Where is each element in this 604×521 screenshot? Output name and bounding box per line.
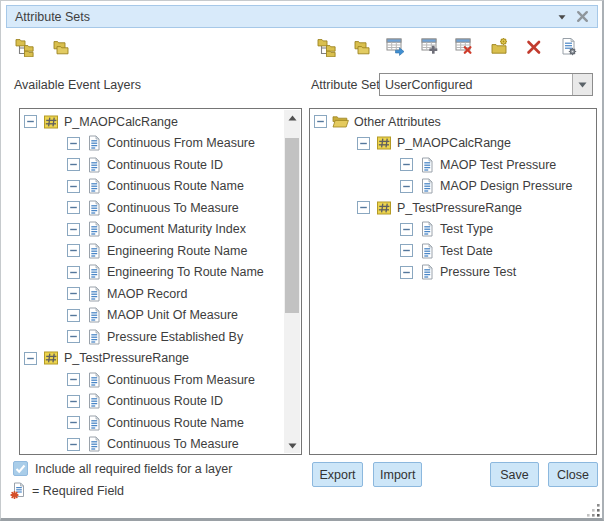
field-icon [85, 178, 102, 194]
tree-item-label[interactable]: Continuous Route Name [107, 179, 244, 193]
dialog-title: Attribute Sets [15, 10, 557, 24]
field-icon [85, 329, 102, 345]
export-button[interactable]: Export [312, 462, 363, 487]
field-icon [85, 307, 102, 323]
collapse-toggle-icon[interactable] [67, 330, 80, 343]
tree-item-label[interactable]: MAOP Record [107, 287, 187, 301]
collapse-toggle-icon[interactable] [67, 309, 80, 322]
collapse-toggle-icon[interactable] [67, 373, 80, 386]
field-icon [85, 436, 102, 452]
include-required-fields-checkbox[interactable] [13, 461, 28, 476]
event-table-icon [375, 200, 392, 216]
collapse-toggle-icon[interactable] [67, 201, 80, 214]
collapse-toggle-icon[interactable] [400, 180, 413, 193]
tree-row: Test Date [310, 240, 596, 262]
vertical-scrollbar[interactable] [284, 110, 300, 453]
export-table-icon[interactable] [386, 37, 406, 57]
attribute-set-dropdown[interactable]: UserConfigured [379, 73, 593, 96]
tree-row: Pressure Test [310, 262, 596, 284]
tree-item-label[interactable]: Continuous Route ID [107, 394, 223, 408]
add-table-icon[interactable] [421, 37, 441, 57]
attribute-set-tree-panel: Other AttributesP_MAOPCalcRangeMAOP Test… [309, 108, 597, 455]
folder-open-icon [332, 114, 349, 130]
import-button[interactable]: Import [373, 462, 422, 487]
scrollbar-thumb[interactable] [285, 138, 299, 313]
tree-item-label[interactable]: Continuous From Measure [107, 136, 255, 150]
tree-row: MAOP Unit Of Measure [20, 305, 284, 327]
titlebar: Attribute Sets [6, 5, 598, 28]
caret-down-icon[interactable] [557, 12, 567, 22]
tree-item-label[interactable]: P_MAOPCalcRange [64, 115, 178, 129]
toolbar-right [317, 37, 579, 57]
attribute-set-properties-icon[interactable] [559, 37, 579, 57]
collapse-toggle-icon[interactable] [67, 180, 80, 193]
close-button[interactable]: Close [548, 462, 598, 487]
open-folders-icon[interactable] [51, 37, 71, 57]
new-attribute-set-icon[interactable] [490, 37, 510, 57]
save-button[interactable]: Save [490, 462, 539, 487]
collapse-toggle-icon[interactable] [24, 115, 37, 128]
available-event-layers-label: Available Event Layers [14, 78, 141, 92]
open-folders-icon[interactable] [352, 37, 372, 57]
tree-item-label[interactable]: Engineering Route Name [107, 244, 247, 258]
scroll-down-icon[interactable] [284, 438, 300, 453]
collapse-toggle-icon[interactable] [67, 287, 80, 300]
tree-row: P_MAOPCalcRange [20, 111, 284, 133]
tree-item-label[interactable]: Continuous To Measure [107, 437, 239, 451]
tree-row: Test Type [310, 219, 596, 241]
tree-item-label[interactable]: P_TestPressureRange [64, 351, 189, 365]
tree-row: P_MAOPCalcRange [310, 133, 596, 155]
required-field-legend: = Required Field [10, 482, 124, 500]
add-event-layer-icon[interactable] [15, 37, 35, 57]
collapse-toggle-icon[interactable] [400, 244, 413, 257]
tree-item-label[interactable]: Test Type [440, 222, 493, 236]
tree-item-label[interactable]: Engineering To Route Name [107, 265, 264, 279]
remove-table-icon[interactable] [455, 37, 475, 57]
field-icon [418, 178, 435, 194]
field-icon [85, 157, 102, 173]
tree-row: P_TestPressureRange [310, 197, 596, 219]
close-icon[interactable] [576, 10, 589, 23]
tree-item-label[interactable]: P_TestPressureRange [397, 201, 522, 215]
collapse-toggle-icon[interactable] [357, 137, 370, 150]
event-table-icon [42, 350, 59, 366]
scroll-up-icon[interactable] [284, 110, 300, 125]
collapse-toggle-icon[interactable] [67, 266, 80, 279]
tree-item-label[interactable]: P_MAOPCalcRange [397, 136, 511, 150]
collapse-toggle-icon[interactable] [67, 416, 80, 429]
field-icon [85, 200, 102, 216]
tree-item-label[interactable]: Continuous To Measure [107, 201, 239, 215]
available-event-layers-tree-panel: P_MAOPCalcRangeContinuous From MeasureCo… [19, 108, 302, 455]
tree-row: Pressure Established By [20, 326, 284, 348]
tree-row: MAOP Test Pressure [310, 154, 596, 176]
collapse-toggle-icon[interactable] [67, 137, 80, 150]
tree-item-label[interactable]: Pressure Test [440, 265, 516, 279]
collapse-toggle-icon[interactable] [67, 395, 80, 408]
tree-item-label[interactable]: Continuous Route Name [107, 416, 244, 430]
tree-item-label[interactable]: Continuous Route ID [107, 158, 223, 172]
tree-item-label[interactable]: Continuous From Measure [107, 373, 255, 387]
add-event-layer-icon[interactable] [317, 37, 337, 57]
collapse-toggle-icon[interactable] [357, 201, 370, 214]
field-icon [85, 221, 102, 237]
collapse-toggle-icon[interactable] [67, 158, 80, 171]
collapse-toggle-icon[interactable] [400, 223, 413, 236]
tree-item-label[interactable]: Pressure Established By [107, 330, 243, 344]
resize-grip-icon[interactable] [587, 504, 601, 518]
delete-icon[interactable] [524, 37, 544, 57]
dropdown-arrow-icon[interactable] [572, 74, 592, 95]
tree-row: MAOP Record [20, 283, 284, 305]
tree-item-label[interactable]: MAOP Unit Of Measure [107, 308, 238, 322]
collapse-toggle-icon[interactable] [24, 352, 37, 365]
tree-item-label[interactable]: Document Maturity Index [107, 222, 246, 236]
collapse-toggle-icon[interactable] [67, 244, 80, 257]
collapse-toggle-icon[interactable] [400, 266, 413, 279]
tree-item-label[interactable]: Other Attributes [354, 115, 441, 129]
collapse-toggle-icon[interactable] [67, 438, 80, 451]
tree-item-label[interactable]: MAOP Test Pressure [440, 158, 556, 172]
tree-item-label[interactable]: Test Date [440, 244, 493, 258]
collapse-toggle-icon[interactable] [67, 223, 80, 236]
collapse-toggle-icon[interactable] [314, 115, 327, 128]
tree-item-label[interactable]: MAOP Design Pressure [440, 179, 572, 193]
collapse-toggle-icon[interactable] [400, 158, 413, 171]
